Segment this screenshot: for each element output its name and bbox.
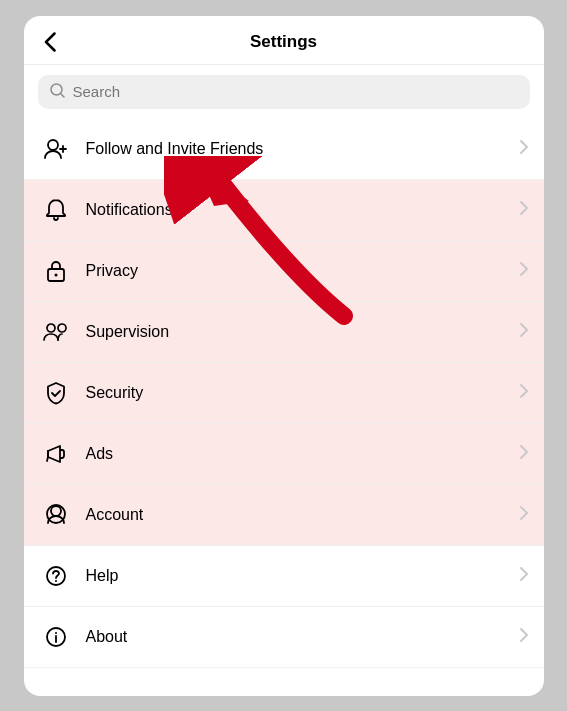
chevron-right-icon (520, 262, 528, 280)
chevron-right-icon (520, 445, 528, 463)
menu-label-follow-invite: Follow and Invite Friends (86, 140, 512, 158)
account-icon (40, 499, 72, 531)
ads-icon (40, 438, 72, 470)
menu-item-supervision[interactable]: Supervision (24, 302, 544, 363)
notifications-icon (40, 194, 72, 226)
chevron-right-icon (520, 140, 528, 158)
svg-point-11 (55, 632, 57, 634)
chevron-right-icon (520, 506, 528, 524)
menu-item-security[interactable]: Security (24, 363, 544, 424)
svg-point-9 (55, 580, 57, 582)
security-icon (40, 377, 72, 409)
svg-point-1 (48, 140, 58, 150)
chevron-right-icon (520, 384, 528, 402)
menu-item-privacy[interactable]: Privacy (24, 241, 544, 302)
menu-list: Follow and Invite Friends Notifications … (24, 119, 544, 696)
menu-label-security: Security (86, 384, 512, 402)
page-title: Settings (250, 32, 317, 52)
menu-item-about[interactable]: About (24, 607, 544, 668)
svg-point-3 (54, 273, 57, 276)
menu-label-about: About (86, 628, 512, 646)
menu-item-follow-invite[interactable]: Follow and Invite Friends (24, 119, 544, 180)
menu-label-account: Account (86, 506, 512, 524)
about-icon (40, 621, 72, 653)
help-icon (40, 560, 72, 592)
menu-item-notifications[interactable]: Notifications (24, 180, 544, 241)
menu-item-ads[interactable]: Ads (24, 424, 544, 485)
back-button[interactable] (40, 28, 60, 56)
header: Settings (24, 16, 544, 65)
search-bar[interactable] (38, 75, 530, 109)
follow-invite-icon (40, 133, 72, 165)
search-input[interactable] (73, 83, 518, 100)
menu-label-ads: Ads (86, 445, 512, 463)
menu-label-supervision: Supervision (86, 323, 512, 341)
chevron-right-icon (520, 323, 528, 341)
menu-label-notifications: Notifications (86, 201, 512, 219)
chevron-right-icon (520, 628, 528, 646)
chevron-right-icon (520, 201, 528, 219)
menu-item-account[interactable]: Account (24, 485, 544, 546)
svg-point-0 (51, 84, 62, 95)
svg-point-7 (47, 505, 65, 523)
search-icon (50, 83, 65, 101)
svg-point-5 (58, 324, 66, 332)
menu-label-help: Help (86, 567, 512, 585)
supervision-icon (40, 316, 72, 348)
svg-point-6 (51, 506, 61, 516)
chevron-right-icon (520, 567, 528, 585)
svg-point-4 (47, 324, 55, 332)
menu-item-help[interactable]: Help (24, 546, 544, 607)
privacy-icon (40, 255, 72, 287)
menu-label-privacy: Privacy (86, 262, 512, 280)
